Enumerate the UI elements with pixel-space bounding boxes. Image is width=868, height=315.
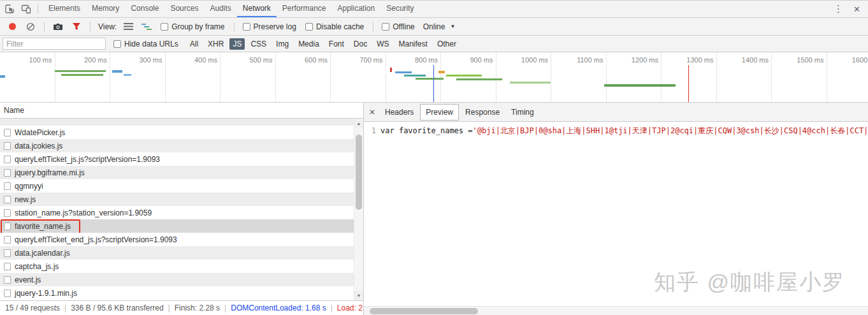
close-detail-icon[interactable]: ✕ — [366, 108, 378, 117]
hide-data-urls-checkbox[interactable]: Hide data URLs — [113, 40, 178, 48]
close-devtools-icon[interactable]: ✕ — [853, 4, 860, 14]
request-row[interactable]: WdatePicker.js — [0, 126, 354, 139]
tick-label: 800 ms — [415, 56, 440, 64]
kebab-menu-icon[interactable]: ⋮ — [834, 3, 843, 15]
status-segment: 336 B / 95.6 KB transferred — [60, 304, 164, 312]
network-toolbar: View: Group by frame Preserve log — [0, 18, 868, 36]
resource-type-filter[interactable]: Font — [325, 38, 348, 50]
toolbar-checkbox[interactable]: Disable cache — [305, 22, 364, 31]
request-row[interactable]: favorite_name.js — [0, 219, 354, 233]
devtools-tab[interactable]: Network — [237, 1, 277, 17]
file-icon — [4, 276, 11, 284]
request-row[interactable]: queryLeftTicket_js.js?scriptVersion=1.90… — [0, 152, 354, 166]
toolbar-checkbox[interactable]: Preserve log — [234, 22, 296, 31]
horizontal-scrollbar-thumb[interactable] — [370, 308, 478, 314]
scroll-up-icon[interactable]: ▲ — [354, 119, 363, 128]
preview-content[interactable]: 1 var favorite_names ='@bji|北京|BJP|0@sha… — [364, 122, 868, 306]
request-row[interactable]: captcha_js.js — [0, 260, 354, 273]
waterfall-bar — [0, 75, 5, 78]
request-name: queryLeftTicket_end_js.js?scriptVersion=… — [15, 235, 177, 244]
detail-tab[interactable]: Headers — [380, 105, 419, 120]
resource-type-filter[interactable]: All — [186, 38, 202, 50]
detail-panel: ✕ HeadersPreviewResponseTiming 1 var fav… — [364, 103, 868, 315]
checkbox-icon[interactable] — [113, 40, 121, 48]
detail-tab[interactable]: Preview — [420, 104, 459, 121]
scrollbar-track[interactable] — [354, 128, 363, 291]
tick-label: 600 ms — [305, 56, 330, 64]
large-rows-view-icon[interactable] — [121, 20, 135, 34]
resource-type-filter[interactable]: WS — [373, 38, 393, 50]
waterfall-bar — [416, 78, 444, 80]
request-row[interactable]: data.jcokies.js — [0, 139, 354, 152]
toolbar-checkbox[interactable]: Offline — [373, 22, 414, 31]
request-row[interactable] — [0, 119, 354, 126]
line-number: 1 — [364, 126, 380, 136]
waterfall-bar — [404, 75, 426, 77]
device-toolbar-icon[interactable] — [19, 2, 33, 16]
request-row[interactable]: station_name.js?station_version=1.9059 — [0, 206, 354, 219]
request-row[interactable]: queryLeftTicket_end_js.js?scriptVersion=… — [0, 233, 354, 246]
tick-label: 1300 ms — [686, 56, 716, 64]
horizontal-scrollbar[interactable] — [364, 306, 868, 315]
vertical-scrollbar[interactable]: ▲ ▼ — [354, 119, 363, 300]
detail-tab[interactable]: Timing — [506, 105, 539, 120]
resource-type-filter[interactable]: Other — [433, 38, 460, 50]
detail-tab[interactable]: Response — [460, 105, 505, 120]
resource-type-filter[interactable]: Manifest — [395, 38, 431, 50]
file-icon — [4, 129, 11, 136]
devtools-tab[interactable]: Application — [332, 1, 381, 17]
waterfall-bar — [112, 70, 122, 73]
waterfall-bars — [0, 65, 868, 102]
resource-type-filter[interactable]: CSS — [247, 38, 270, 50]
resource-type-filter[interactable]: Img — [272, 38, 293, 50]
tick-label: 1400 ms — [742, 56, 771, 64]
network-main: Name WdatePicker.js — [0, 103, 868, 315]
devtools-tab[interactable]: Memory — [86, 1, 125, 17]
column-header-name[interactable]: Name — [0, 103, 363, 119]
filter-funnel-icon[interactable] — [69, 20, 83, 34]
devtools-tab[interactable]: Console — [125, 1, 164, 17]
resource-type-filter[interactable]: XHR — [204, 38, 228, 50]
file-icon — [4, 263, 11, 270]
resource-type-filter[interactable]: Doc — [350, 38, 371, 50]
tick-label: 1000 ms — [521, 56, 551, 64]
devtools-tab[interactable]: Performance — [277, 1, 332, 17]
clear-button[interactable] — [24, 20, 38, 34]
toolbar-checkbox[interactable]: Group by frame — [161, 22, 224, 31]
throttling-select[interactable]: Online ▼ — [419, 22, 459, 31]
file-icon — [4, 209, 11, 217]
filter-input[interactable] — [3, 38, 106, 50]
request-row[interactable]: qgmnyyi — [0, 179, 354, 193]
record-button[interactable] — [5, 20, 19, 34]
inspect-element-icon[interactable] — [3, 2, 17, 16]
file-icon — [4, 289, 11, 297]
checkbox-icon[interactable] — [305, 23, 313, 31]
request-name: station_name.js?station_version=1.9059 — [15, 209, 152, 217]
checkbox-icon[interactable] — [382, 23, 389, 31]
request-name: qgmnyyi — [15, 182, 43, 191]
devtools-tab[interactable]: Sources — [164, 1, 204, 17]
camera-icon[interactable] — [51, 20, 65, 34]
devtools-tab[interactable]: Security — [380, 1, 419, 17]
checkbox-icon[interactable] — [243, 23, 250, 31]
request-row[interactable]: jquery.bgiframe.mi.js — [0, 166, 354, 179]
checkbox-icon[interactable] — [161, 23, 168, 31]
resource-type-filter[interactable]: JS — [229, 38, 245, 50]
network-overview[interactable]: 100 ms200 ms300 ms400 ms500 ms600 ms700 … — [0, 52, 868, 103]
overview-view-icon[interactable] — [140, 20, 154, 34]
request-row[interactable]: jquery-1.9.1.min.js — [0, 286, 354, 300]
devtools-tab[interactable]: Audits — [204, 1, 236, 17]
code-line: var favorite_names ='@bji|北京|BJP|0@sha|上… — [380, 126, 868, 136]
request-row[interactable]: event.js — [0, 273, 354, 286]
resource-type-filter[interactable]: Media — [294, 38, 323, 50]
filter-bar: Hide data URLs AllXHRJSCSSImgMediaFontDo… — [0, 36, 868, 52]
request-row[interactable]: new.js — [0, 193, 354, 206]
devtools-tab[interactable]: Elements — [43, 1, 86, 17]
request-name: jquery.bgiframe.mi.js — [15, 168, 85, 177]
request-list: WdatePicker.js data.jcokies.js queryLeft… — [0, 119, 354, 300]
scroll-down-icon[interactable]: ▼ — [354, 291, 363, 300]
request-row[interactable]: data.jcalendar.js — [0, 246, 354, 260]
scrollbar-thumb[interactable] — [356, 135, 362, 210]
waterfall-bar — [604, 84, 676, 87]
waterfall-bar — [688, 65, 689, 103]
